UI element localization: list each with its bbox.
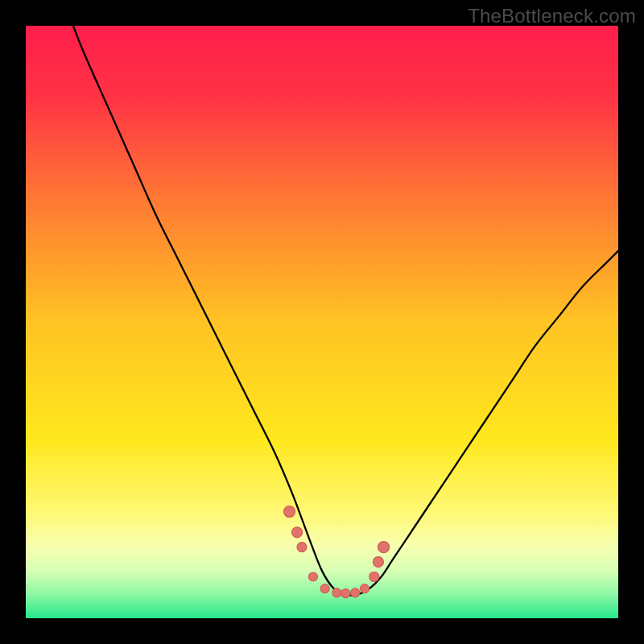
highlight-dot: [320, 584, 329, 593]
highlight-dot: [369, 572, 379, 581]
watermark-label: TheBottleneck.com: [468, 5, 636, 27]
highlight-dot: [284, 506, 295, 518]
highlight-dot: [378, 542, 390, 553]
curve-layer: [26, 26, 618, 618]
highlight-dot: [360, 584, 369, 593]
chart-frame: TheBottleneck.com: [0, 0, 644, 644]
plot-area: [26, 26, 618, 618]
bottleneck-curve: [73, 26, 618, 595]
highlight-dot: [332, 588, 341, 597]
highlight-dot: [351, 588, 360, 597]
highlight-dot: [308, 572, 317, 581]
highlight-dot: [373, 557, 383, 568]
highlight-dot: [341, 589, 350, 598]
highlight-dot: [292, 527, 303, 538]
highlight-dot: [297, 543, 307, 552]
